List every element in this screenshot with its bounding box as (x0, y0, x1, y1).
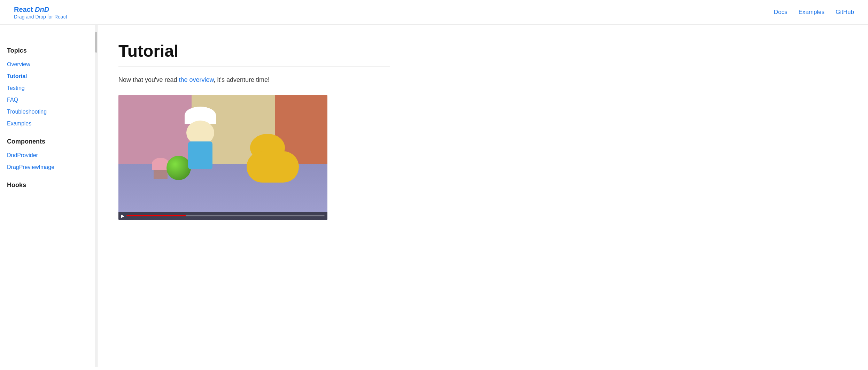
scrollbar[interactable] (95, 25, 97, 367)
adventure-time-image: ▶ (118, 95, 327, 220)
intro-text-after: , it's adventure time! (214, 76, 270, 83)
finn-character (181, 121, 226, 176)
sidebar: Topics Overview Tutorial Testing FAQ Tro… (0, 25, 98, 367)
video-bar[interactable]: ▶ (118, 212, 327, 220)
sidebar-item-dragpreviewimage[interactable]: DragPreviewImage (7, 161, 90, 173)
logo-title: React DnD (14, 5, 67, 14)
site-header: React DnD Drag and Drop for React Docs E… (0, 0, 868, 25)
nav-docs[interactable]: Docs (774, 9, 788, 16)
finn-body (188, 141, 212, 169)
sidebar-section-components: Components (7, 138, 90, 145)
sidebar-item-dndprovider[interactable]: DndProvider (7, 149, 90, 161)
at-scene: ▶ (118, 95, 327, 220)
play-icon[interactable]: ▶ (121, 214, 124, 218)
cupcake-bottom (154, 170, 168, 179)
page-layout: Topics Overview Tutorial Testing FAQ Tro… (0, 25, 868, 367)
video-progress-fill (126, 215, 186, 216)
intro-text-before: Now that you've read (118, 76, 179, 83)
main-content: Tutorial Now that you've read the overvi… (98, 25, 411, 367)
sidebar-section-topics: Topics (7, 47, 90, 54)
scrollbar-thumb (95, 32, 97, 53)
sidebar-item-tutorial[interactable]: Tutorial (7, 70, 90, 82)
jake-body (247, 151, 299, 183)
sidebar-item-faq[interactable]: FAQ (7, 94, 90, 106)
video-progress-bar[interactable] (126, 215, 325, 216)
sidebar-item-examples[interactable]: Examples (7, 118, 90, 130)
sidebar-item-testing[interactable]: Testing (7, 82, 90, 94)
page-title: Tutorial (118, 41, 390, 67)
sidebar-item-troubleshooting[interactable]: Troubleshooting (7, 106, 90, 118)
intro-paragraph: Now that you've read the overview, it's … (118, 75, 390, 85)
overview-link[interactable]: the overview (179, 76, 214, 83)
sidebar-item-overview[interactable]: Overview (7, 59, 90, 70)
nav-github[interactable]: GitHub (836, 9, 854, 16)
jake-character (247, 141, 302, 183)
header-nav: Docs Examples GitHub (774, 9, 854, 16)
nav-examples[interactable]: Examples (798, 9, 824, 16)
sidebar-section-hooks: Hooks (7, 182, 90, 189)
logo-subtitle: Drag and Drop for React (14, 14, 67, 20)
logo[interactable]: React DnD Drag and Drop for React (14, 5, 67, 20)
